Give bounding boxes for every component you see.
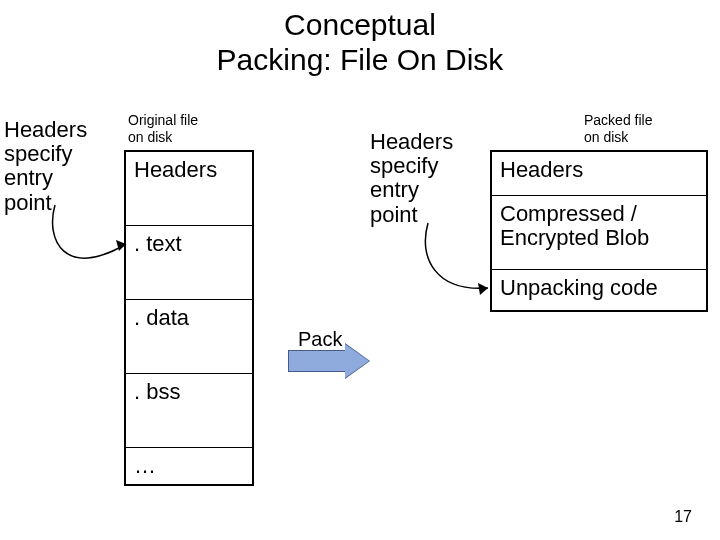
- orig-seg-more: …: [126, 448, 252, 484]
- slide-title: Conceptual Packing: File On Disk: [0, 0, 720, 77]
- packed-seg-blob: Compressed / Encrypted Blob: [492, 196, 706, 270]
- orig-seg-bss: . bss: [126, 374, 252, 448]
- packed-seg-unpack: Unpacking code: [492, 270, 706, 310]
- svg-marker-1: [478, 283, 488, 295]
- page-number: 17: [674, 508, 692, 526]
- original-file-caption: Original file on disk: [128, 112, 198, 146]
- orig-seg-data: . data: [126, 300, 252, 374]
- right-arrow-icon: [418, 218, 518, 308]
- packed-seg-headers: Headers: [492, 152, 706, 196]
- packed-file-box: Headers Compressed / Encrypted Blob Unpa…: [490, 150, 708, 312]
- title-line1: Conceptual: [284, 8, 436, 41]
- left-arrow-icon: [40, 200, 150, 300]
- title-line2: Packing: File On Disk: [217, 43, 504, 76]
- pack-label: Pack: [298, 328, 342, 351]
- right-entrypoint-annotation: Headers specify entry point: [370, 130, 470, 227]
- packed-file-caption: Packed file on disk: [584, 112, 652, 146]
